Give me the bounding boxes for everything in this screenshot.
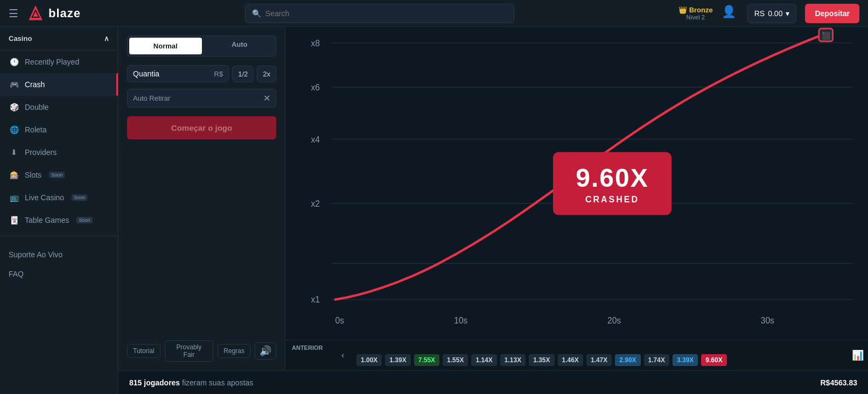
balance-display[interactable]: RS 0.00 ▾ [747, 4, 797, 23]
auto-retirar-label: Auto Retirar [133, 94, 170, 102]
sidebar-bottom: Suporte Ao Vivo FAQ [0, 241, 118, 288]
sidebar-item-faq[interactable]: FAQ [0, 264, 118, 284]
sidebar-casino-label: Casino [9, 34, 32, 43]
sidebar-item-recently-played[interactable]: 🕐 Recently Played [0, 51, 118, 73]
crown-icon: 👑 [678, 6, 687, 14]
live-casino-icon: 📺 [9, 192, 19, 203]
anterior-chip: 1.46X [558, 354, 583, 366]
stats-icon-button[interactable]: 📊 [852, 349, 864, 361]
game-area: Normal Auto Quantia R$ 1/2 2x Auto Retir… [118, 27, 868, 370]
tab-normal[interactable]: Normal [129, 38, 202, 54]
svg-text:x1: x1 [311, 294, 320, 304]
regras-button[interactable]: Regras [218, 344, 250, 358]
svg-text:x6: x6 [311, 82, 320, 92]
footer-players-info: 815 jogadores fizeram suas apostas [129, 378, 253, 387]
footer-bar: 815 jogadores fizeram suas apostas R$456… [118, 370, 868, 394]
logo[interactable]: blaze [27, 5, 81, 22]
svg-text:x8: x8 [311, 38, 320, 47]
sound-button[interactable]: 🔊 [255, 342, 276, 360]
sidebar-item-label: Recently Played [25, 58, 79, 66]
crash-display: x8 x6 x4 x2 x1 0s 10s 20s 30s [285, 27, 868, 340]
anterior-prev-button[interactable]: ‹ [339, 350, 346, 360]
badge-soon: Soon [72, 194, 87, 201]
anterior-chip: 1.47X [586, 354, 612, 366]
double-button[interactable]: 2x [257, 66, 276, 82]
anterior-chip: 3.39X [673, 354, 698, 366]
anterior-label: ANTERIOR [292, 344, 323, 351]
badge-soon: Soon [76, 217, 92, 223]
anterior-chip: 1.39X [385, 354, 410, 366]
tier-name: 👑 Bronze [678, 6, 713, 14]
tab-auto[interactable]: Auto [204, 36, 276, 56]
sidebar-divider [0, 236, 118, 236]
sidebar-item-label: Table Games [25, 216, 69, 224]
sidebar-section-casino[interactable]: Casino ∧ [0, 27, 118, 51]
search-icon: 🔍 [252, 9, 261, 18]
balance-currency: RS [754, 9, 765, 18]
tier-info: 👑 Bronze Nível 2 [678, 6, 713, 20]
svg-text:10s: 10s [454, 315, 467, 325]
bet-input-row: Quantia R$ 1/2 2x [127, 65, 276, 82]
sidebar-item-slots[interactable]: 🎰 Slots Soon [0, 164, 118, 186]
sidebar-item-roleta[interactable]: 🌐 Roleta [0, 118, 118, 141]
anterior-chip: 1.35X [529, 354, 554, 366]
anterior-chip: 1.74X [644, 354, 669, 366]
betting-panel: Normal Auto Quantia R$ 1/2 2x Auto Retir… [118, 27, 285, 370]
search-bar[interactable]: 🔍 [245, 4, 514, 23]
footer-total-amount: R$4563.83 [820, 378, 857, 387]
crash-chart-area: x8 x6 x4 x2 x1 0s 10s 20s 30s [285, 27, 868, 370]
sidebar-item-suporte[interactable]: Suporte Ao Vivo [0, 245, 118, 264]
sidebar-item-providers[interactable]: ⬇ Providers [0, 141, 118, 164]
sidebar-item-label: Double [25, 103, 48, 111]
svg-text:⬛: ⬛ [822, 31, 831, 40]
top-right-area: 👑 Bronze Nível 2 👤 RS 0.00 ▾ Depositar [678, 4, 859, 23]
badge-soon: Soon [49, 172, 65, 178]
sidebar-item-table-games[interactable]: 🃏 Table Games Soon [0, 209, 118, 231]
sidebar-item-crash[interactable]: 🎮 Crash [0, 73, 118, 96]
currency-symbol: R$ [214, 70, 223, 78]
anterior-chip: 7.55X [414, 354, 439, 366]
sidebar-item-label: Live Casino [25, 193, 64, 202]
tutorial-button[interactable]: Tutorial [127, 344, 160, 358]
half-button[interactable]: 1/2 [232, 66, 254, 82]
sidebar-item-label: Crash [25, 80, 45, 89]
main-layout: Casino ∧ 🕐 Recently Played 🎮 Crash 🎲 Dou… [0, 27, 868, 394]
svg-text:30s: 30s [761, 315, 774, 325]
recently-played-icon: 🕐 [9, 57, 19, 67]
roleta-icon: 🌐 [9, 124, 19, 135]
sidebar-item-live-casino[interactable]: 📺 Live Casino Soon [0, 186, 118, 209]
double-icon: 🎲 [9, 102, 19, 112]
sidebar: Casino ∧ 🕐 Recently Played 🎮 Crash 🎲 Dou… [0, 27, 118, 394]
providers-icon: ⬇ [9, 147, 19, 158]
svg-text:x2: x2 [311, 198, 320, 208]
start-game-button[interactable]: Começar o jogo [127, 116, 276, 139]
balance-value: 0.00 [768, 9, 782, 18]
hamburger-icon[interactable]: ☰ [9, 7, 18, 20]
table-games-icon: 🃏 [9, 215, 19, 226]
quantia-label: Quantia [133, 69, 159, 78]
deposit-button[interactable]: Depositar [805, 4, 859, 23]
svg-text:20s: 20s [607, 315, 621, 325]
top-navigation: ☰ blaze 🔍 👑 Bronze Nível 2 👤 RS 0.00 ▾ D… [0, 0, 868, 27]
anterior-chip: 9.60X [701, 354, 726, 366]
anterior-chip: 2.90X [615, 354, 640, 366]
anterior-chip: 1.13X [500, 354, 526, 366]
sidebar-collapse-icon[interactable]: ∧ [104, 34, 109, 43]
anterior-chips-row: 1.00X1.39X7.55X1.55X1.14X1.13X1.35X1.46X… [292, 354, 862, 366]
provably-fair-button[interactable]: Provably Fair [165, 340, 214, 362]
sidebar-item-label: Roleta [25, 125, 46, 134]
bet-tabs: Normal Auto [127, 36, 276, 57]
user-avatar-icon[interactable]: 👤 [722, 5, 739, 22]
auto-retirar-close-icon[interactable]: ✕ [263, 93, 270, 103]
bet-input-field[interactable]: Quantia R$ [127, 65, 229, 82]
sidebar-item-double[interactable]: 🎲 Double [0, 96, 118, 118]
bottom-actions: Tutorial Provably Fair Regras 🔊 [127, 334, 276, 362]
search-input[interactable] [265, 9, 507, 18]
logo-text: blaze [48, 6, 81, 20]
bet-quantia-row: Quantia R$ 1/2 2x [127, 65, 276, 82]
slots-icon: 🎰 [9, 170, 19, 180]
crash-multiplier-value: 9.60X [575, 163, 650, 192]
anterior-chip: 1.55X [443, 354, 468, 366]
svg-text:x4: x4 [311, 134, 320, 144]
balance-arrow-icon: ▾ [786, 9, 789, 18]
